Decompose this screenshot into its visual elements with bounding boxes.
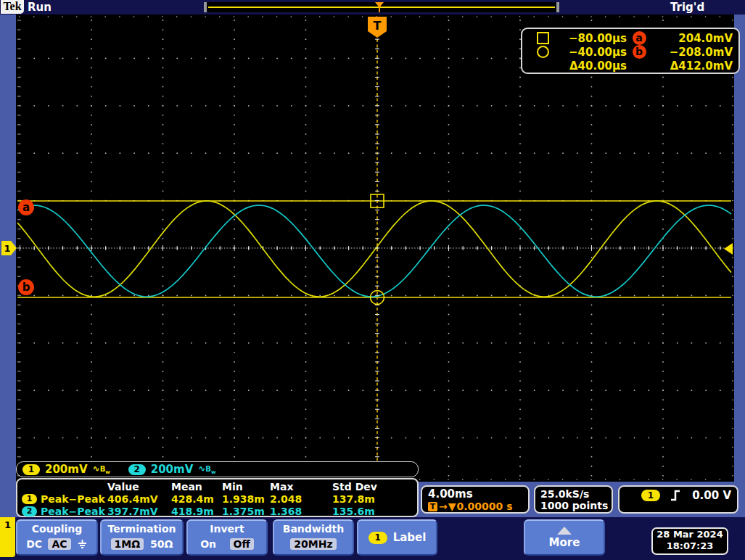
svg-text:1: 1 xyxy=(4,243,10,254)
record-length: 1000 points xyxy=(540,500,612,511)
time-label: 18:07:23 xyxy=(653,540,727,552)
cursor-a-square-icon xyxy=(537,32,549,44)
bandwidth-20mhz-option[interactable]: 20MHz xyxy=(290,538,336,550)
datetime-box: 28 Mar 2024 18:07:23 xyxy=(651,527,728,555)
label-button[interactable]: 1 Label xyxy=(357,519,437,556)
col-mean: Mean xyxy=(171,481,222,493)
trigger-level: 0.00 V xyxy=(692,489,731,502)
ch2-badge[interactable]: 2 xyxy=(128,464,146,475)
display-area xyxy=(16,15,734,482)
tek-logo: Tek xyxy=(1,0,24,14)
cursor-readout-box: −80.00µs a 204.0mV −40.00µs b −208.0mV Δ… xyxy=(521,28,740,74)
cursor-b-time: −40.00µs xyxy=(553,46,627,59)
ch1-badge[interactable]: 1 xyxy=(22,464,40,475)
cursor-a-time: −80.00µs xyxy=(553,32,627,45)
trigger-status: Trig'd xyxy=(670,1,704,14)
top-status-bar: Tek Run Trig'd xyxy=(0,0,745,15)
measurement-table: Value Mean Min Max Std Dev 1Peak−Peak 40… xyxy=(16,478,419,517)
acquisition-preview-bar xyxy=(204,2,559,12)
timebase-scale: 4.00ms xyxy=(428,488,528,501)
more-up-arrow-icon xyxy=(557,527,572,535)
acquisition-readout-box: 25.0kS/s 1000 points xyxy=(534,485,613,514)
cursor-b-row: −40.00µs b −208.0mV xyxy=(528,45,731,59)
ch2-scale: 200mV xyxy=(151,463,194,476)
oscilloscope-screen: Tek Run Trig'd Tab1 −80.00µs a 204.0mV −… xyxy=(0,0,745,560)
invert-on-option[interactable]: On xyxy=(200,538,216,550)
channel-menu-tab[interactable]: 1 xyxy=(0,517,15,557)
trigger-readout-box: 1 0.00 V xyxy=(618,485,738,514)
trigger-source-badge: 1 xyxy=(641,490,660,501)
cursor-delta-time: Δ40.00µs xyxy=(553,59,627,73)
ch1-scale: 200mV xyxy=(45,463,88,476)
record-view-line xyxy=(208,7,555,8)
coupling-ac-option[interactable]: AC xyxy=(48,538,70,550)
measurement-header-row: Value Mean Min Max Std Dev xyxy=(22,480,417,493)
coupling-button[interactable]: Coupling DC AC xyxy=(16,519,98,556)
sample-rate: 25.0kS/s xyxy=(540,488,612,500)
cursor-b-badge: b xyxy=(633,45,646,59)
cursor-a-voltage: 204.0mV xyxy=(651,32,733,45)
acquisition-status: Run xyxy=(28,1,52,14)
channel-scale-bar: 1 200mV ∿Bw 2 200mV ∿Bw xyxy=(16,461,419,477)
invert-button[interactable]: Invert On Off xyxy=(186,519,268,556)
cursor-a-row: −80.00µs a 204.0mV xyxy=(528,31,731,45)
cursor-delta-voltage: Δ412.0mV xyxy=(651,59,733,73)
cursor-a-badge: a xyxy=(633,31,646,45)
coupling-dc-option[interactable]: DC xyxy=(26,538,42,550)
rising-edge-icon xyxy=(670,489,680,502)
date-label: 28 Mar 2024 xyxy=(653,529,727,540)
label-channel-badge: 1 xyxy=(369,532,387,544)
col-value: Value xyxy=(107,481,171,493)
ch2-coupling-icon: ∿Bw xyxy=(198,464,215,475)
col-min: Min xyxy=(222,481,270,493)
ch1-coupling-icon: ∿Bw xyxy=(93,464,110,475)
measurement-row-ch1: 1Peak−Peak 406.4mV 428.4m 1.938m 2.048 1… xyxy=(22,493,417,505)
trigger-delay-readout: T→▼0.00000 s xyxy=(428,501,528,512)
col-std: Std Dev xyxy=(332,481,417,493)
col-max: Max xyxy=(270,481,332,493)
termination-50-option[interactable]: 50Ω xyxy=(150,538,173,550)
invert-off-option[interactable]: Off xyxy=(230,538,254,550)
ch2-meas-badge: 2 xyxy=(22,506,37,516)
bandwidth-button[interactable]: Bandwidth 20MHz xyxy=(273,519,354,556)
cursor-delta-row: Δ40.00µs Δ412.0mV xyxy=(528,59,731,73)
horizontal-readout-box: 4.00ms T→▼0.00000 s xyxy=(421,485,530,514)
termination-button[interactable]: Termination 1MΩ 50Ω xyxy=(100,519,184,556)
cursor-b-voltage: −208.0mV xyxy=(651,46,733,59)
more-button[interactable]: More xyxy=(524,519,605,556)
measurement-row-ch2: 2Peak−Peak 397.7mV 418.9m 1.375m 1.368 1… xyxy=(22,505,417,517)
cursor-b-circle-icon xyxy=(537,46,549,58)
termination-1m-option[interactable]: 1MΩ xyxy=(111,538,144,550)
trigger-delay-icon: T xyxy=(428,502,437,511)
ground-icon[interactable] xyxy=(77,539,88,550)
ch1-meas-badge: 1 xyxy=(22,494,37,504)
